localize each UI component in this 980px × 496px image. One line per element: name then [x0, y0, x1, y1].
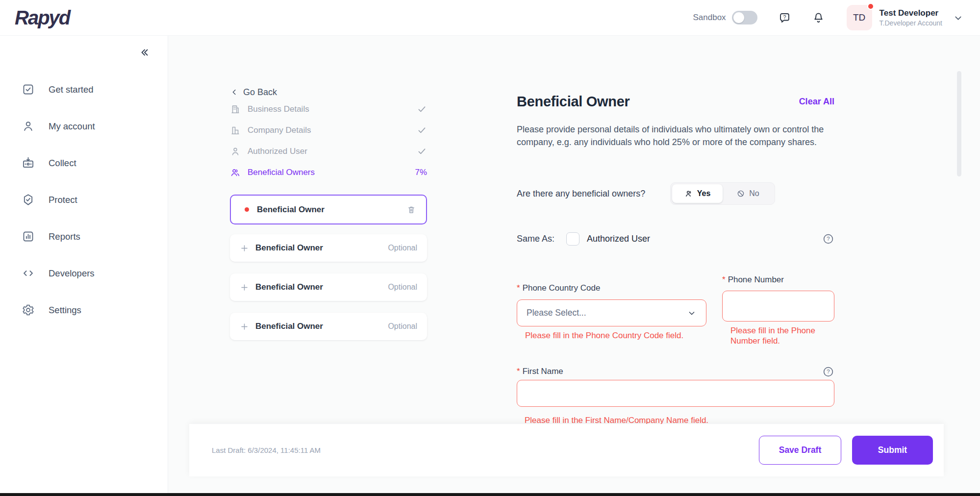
user-icon — [230, 146, 241, 157]
sidebar-item-get-started[interactable]: Get started — [0, 71, 168, 108]
first-name-label-row: * First Name ? — [517, 365, 834, 378]
trash-icon[interactable] — [406, 205, 416, 215]
shield-check-icon — [22, 193, 35, 206]
plus-icon — [240, 244, 249, 253]
card-label: Beneficial Owner — [255, 282, 323, 292]
incomplete-dot — [245, 207, 249, 212]
rapyd-logo: Rapyd — [15, 7, 70, 29]
step-beneficial-owners[interactable]: Beneficial Owners 7% — [230, 162, 427, 183]
top-header: Rapyd Sandbox ? TD Test Developer T.Deve… — [0, 0, 980, 36]
same-as-row: Same As: Authorized User ? — [517, 230, 834, 247]
question-circle-icon[interactable]: ? — [822, 366, 834, 378]
sidebar-item-label: Reports — [49, 231, 80, 242]
sidebar: Get started My account Collect Protect — [0, 36, 168, 496]
beneficial-owner-cards: Beneficial Owner Beneficial Owner Option… — [230, 195, 427, 352]
step-label: Business Details — [248, 104, 309, 114]
phone-country-code-error: Please fill in the Phone Country Code fi… — [525, 330, 706, 341]
check-icon — [417, 104, 427, 114]
sidebar-item-label: Protect — [49, 195, 77, 205]
optional-tag: Optional — [388, 283, 417, 292]
user-info[interactable]: Test Developer T.Developer Account — [879, 8, 942, 28]
step-authorized-user[interactable]: Authorized User — [230, 141, 427, 162]
scrollbar-thumb[interactable] — [957, 71, 961, 176]
optional-tag: Optional — [388, 322, 417, 331]
sidebar-item-my-account[interactable]: My account — [0, 108, 168, 145]
card-label: Beneficial Owner — [255, 243, 323, 253]
check-icon — [417, 146, 427, 156]
select-placeholder: Please Select... — [527, 308, 586, 318]
sidebar-item-label: Get started — [49, 84, 94, 95]
yes-option[interactable]: Yes — [672, 184, 723, 203]
question-circle-icon[interactable]: ? — [822, 233, 834, 245]
owners-question-row: Are there any beneficial owners? Yes No — [517, 182, 775, 205]
no-label: No — [749, 189, 759, 198]
svg-text:?: ? — [783, 14, 786, 20]
step-progress: 7% — [415, 168, 427, 177]
clear-all-link[interactable]: Clear All — [799, 97, 834, 107]
sidebar-nav: Get started My account Collect Protect — [0, 71, 168, 328]
sandbox-toggle[interactable] — [732, 11, 757, 25]
sidebar-item-label: My account — [49, 121, 95, 132]
same-as-label: Same As: — [517, 234, 554, 244]
svg-text:?: ? — [827, 236, 829, 242]
beneficial-owner-card-add[interactable]: Beneficial Owner Optional — [230, 234, 427, 262]
save-draft-button[interactable]: Save Draft — [759, 436, 841, 465]
sidebar-item-label: Collect — [49, 158, 76, 169]
notifications-bell-icon[interactable] — [812, 11, 825, 25]
card-deposit-icon — [22, 156, 35, 170]
sidebar-item-label: Settings — [49, 305, 81, 316]
chevron-down-icon[interactable] — [953, 13, 963, 23]
phone-number-error: Please fill in the Phone Number field. — [730, 325, 834, 347]
card-label: Beneficial Owner — [257, 205, 325, 215]
no-option[interactable]: No — [723, 184, 773, 203]
user-icon — [684, 189, 693, 198]
code-icon — [22, 267, 35, 280]
window-bottom-edge — [0, 493, 980, 496]
beneficial-owner-card-add[interactable]: Beneficial Owner Optional — [230, 273, 427, 301]
same-as-checkbox[interactable] — [566, 232, 579, 246]
submit-button[interactable]: Submit — [852, 436, 933, 465]
step-label: Company Details — [248, 125, 311, 135]
sidebar-item-settings[interactable]: Settings — [0, 292, 168, 328]
sidebar-item-collect[interactable]: Collect — [0, 145, 168, 181]
yes-label: Yes — [697, 189, 711, 198]
phone-number-input[interactable] — [722, 291, 834, 322]
user-icon — [22, 120, 35, 133]
optional-tag: Optional — [388, 244, 417, 252]
sidebar-item-label: Developers — [49, 268, 95, 279]
plus-icon — [240, 283, 249, 292]
check-icon — [417, 125, 427, 135]
user-name: Test Developer — [879, 8, 942, 18]
card-label: Beneficial Owner — [255, 322, 323, 331]
yes-no-segmented-control: Yes No — [670, 182, 775, 205]
beneficial-owner-card-selected[interactable]: Beneficial Owner — [230, 195, 427, 224]
sandbox-toggle-knob — [733, 12, 744, 23]
phone-country-code-select[interactable]: Please Select... — [517, 299, 706, 326]
go-back-link[interactable]: Go Back — [230, 85, 277, 99]
sidebar-item-reports[interactable]: Reports — [0, 218, 168, 255]
sidebar-item-protect[interactable]: Protect — [0, 181, 168, 218]
main-content: Go Back Business Details Company Details — [168, 36, 980, 496]
onboarding-steps: Business Details Company Details Authori — [230, 99, 427, 183]
svg-text:?: ? — [827, 369, 829, 374]
help-chat-icon[interactable]: ? — [778, 11, 791, 25]
first-name-input[interactable] — [517, 380, 834, 407]
phone-number-field: * Phone Number Please fill in the Phone … — [722, 275, 834, 347]
notification-dot — [867, 3, 874, 10]
phone-country-code-field: * Phone Country Code Please Select... Pl… — [517, 283, 706, 341]
users-icon — [230, 167, 241, 178]
checkbox-check-icon — [22, 83, 35, 96]
beneficial-owner-card-add[interactable]: Beneficial Owner Optional — [230, 313, 427, 340]
user-avatar[interactable]: TD — [847, 5, 872, 30]
phone-number-label: Phone Number — [728, 275, 784, 285]
sidebar-collapse-icon[interactable] — [138, 47, 150, 58]
first-name-label: First Name — [523, 367, 563, 376]
last-draft-timestamp: Last Draft: 6/3/2024, 11:45:11 AM — [212, 446, 321, 454]
go-back-label: Go Back — [243, 87, 277, 98]
authorized-user-label: Authorized User — [587, 234, 650, 244]
form-footer-bar: Last Draft: 6/3/2024, 11:45:11 AM Save D… — [189, 424, 944, 476]
chevron-down-icon — [687, 308, 697, 318]
step-company-details[interactable]: Company Details — [230, 120, 427, 141]
step-business-details[interactable]: Business Details — [230, 99, 427, 120]
sidebar-item-developers[interactable]: Developers — [0, 255, 168, 292]
